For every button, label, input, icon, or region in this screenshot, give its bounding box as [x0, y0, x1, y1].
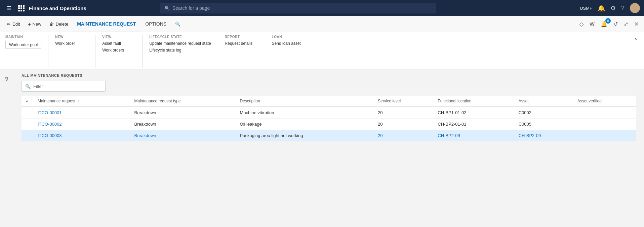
row-asset: C0002 — [515, 107, 573, 119]
close-button[interactable]: ✕ — [632, 20, 641, 29]
apps-grid-icon[interactable] — [18, 5, 25, 11]
ribbon-update-lifecycle-link[interactable]: Update maintenance request state — [149, 41, 211, 46]
section-title: ALL MAINTENANCE REQUESTS — [22, 73, 636, 77]
open-new-window-button[interactable]: ⤢ — [622, 20, 630, 29]
delete-button[interactable]: 🗑 Delete — [46, 20, 72, 29]
new-label: New — [33, 22, 41, 27]
check-all-icon: ✓ — [26, 98, 30, 104]
settings-button[interactable]: ⚙ — [610, 4, 616, 12]
row-service-level: 20 — [374, 119, 434, 130]
ribbon-request-details-link[interactable]: Request details — [225, 41, 253, 46]
row-checkbox[interactable] — [22, 107, 34, 119]
avatar[interactable] — [630, 3, 640, 13]
sort-icon: ↑ — [78, 99, 79, 103]
row-service-level[interactable]: 20 — [374, 130, 434, 141]
badge-wrapper: 🔔 0 — [599, 20, 609, 29]
tab-options[interactable]: OPTIONS — [141, 16, 170, 32]
ribbon-maintain-label: MAINTAIN — [5, 35, 41, 39]
ribbon-group-view: VIEW Asset fault Work orders — [102, 35, 143, 68]
search-icon: 🔍 — [164, 6, 170, 11]
ribbon-report-items: Request details — [225, 41, 258, 46]
table-row[interactable]: ITCO-00003BreakdownPackaging area light … — [22, 130, 636, 141]
row-checkbox[interactable] — [22, 119, 34, 130]
app-title: Finance and Operations — [29, 5, 86, 11]
filter-input[interactable] — [33, 84, 102, 89]
power-bi-button[interactable]: ◇ — [577, 20, 586, 29]
content-area: ALL MAINTENANCE REQUESTS 🔍 ✓ Maintenance… — [13, 69, 644, 145]
nav-right: USMF 🔔 ⚙ ? — [580, 3, 640, 13]
hamburger-menu[interactable]: ☰ — [4, 2, 14, 14]
ribbon-collapse-button[interactable]: ∧ — [633, 35, 639, 42]
ribbon-group-loan: LOAN Send loan asset — [272, 35, 312, 68]
row-description: Machine vibration — [236, 107, 374, 119]
table-body: ITCO-00001BreakdownMachine vibration20CH… — [22, 107, 636, 141]
row-functional-location: CH-BP1-01-02 — [434, 107, 514, 119]
row-functional-location[interactable]: CH-BP2-09 — [434, 130, 514, 141]
ribbon-work-orders-link[interactable]: Work orders — [102, 47, 124, 53]
table-row[interactable]: ITCO-00002BreakdownOil leakage20CH-BP2-0… — [22, 119, 636, 130]
col-asset-verified-label: Asset verified — [577, 99, 602, 103]
main-content: ALL MAINTENANCE REQUESTS 🔍 ✓ Maintenance… — [13, 69, 644, 227]
filter-search-icon: 🔍 — [25, 84, 31, 89]
col-asset: Asset — [515, 96, 573, 107]
row-service-level: 20 — [374, 107, 434, 119]
edit-icon: ✏ — [7, 22, 11, 27]
refresh-button[interactable]: ↺ — [611, 20, 620, 29]
ribbon-group-report: REPORT Request details — [225, 35, 265, 68]
search-input[interactable] — [172, 5, 432, 11]
ribbon-view-label: VIEW — [102, 35, 135, 39]
ribbon-asset-fault-link[interactable]: Asset fault — [102, 41, 121, 46]
search-bar[interactable]: 🔍 — [160, 3, 436, 13]
row-functional-location: CH-BP2-01-01 — [434, 119, 514, 130]
ribbon-loan-items: Send loan asset — [272, 41, 305, 46]
ribbon-lifecycle-label: LIFECYCLE STATE — [149, 35, 211, 39]
table-row[interactable]: ITCO-00001BreakdownMachine vibration20CH… — [22, 107, 636, 119]
tab-maintenance-request[interactable]: MAINTENANCE REQUEST — [73, 16, 140, 32]
help-button[interactable]: ? — [621, 5, 625, 12]
col-service-level: Service level — [374, 96, 434, 107]
col-functional-location-label: Functional location — [438, 99, 471, 103]
row-maintenance-request[interactable]: ITCO-00002 — [34, 119, 130, 130]
notification-button[interactable]: 🔔 — [598, 4, 605, 12]
search-icon: 🔍 — [175, 22, 180, 27]
ribbon-lifecycle-log-link[interactable]: Lifecycle state log — [149, 47, 181, 53]
ribbon-new-label: NEW — [55, 35, 88, 39]
new-button[interactable]: + New — [25, 20, 44, 29]
ribbon-send-loan-asset-link[interactable]: Send loan asset — [272, 41, 301, 46]
filter-bar[interactable]: 🔍 — [22, 81, 106, 92]
row-asset-verified — [573, 107, 636, 119]
table-header-row: ✓ Maintenance request ↑ Maintenance requ… — [22, 96, 636, 107]
edit-button[interactable]: ✏ Edit — [3, 20, 23, 29]
col-maintenance-request[interactable]: Maintenance request ↑ — [34, 96, 130, 107]
col-description: Description — [236, 96, 374, 107]
new-icon: + — [28, 22, 31, 27]
row-description: Packaging area light not working — [236, 130, 374, 141]
edit-label: Edit — [12, 22, 20, 27]
ribbon-new-items: Work order — [55, 41, 88, 46]
col-maintenance-request-label: Maintenance request — [38, 99, 75, 103]
search-toggle-button[interactable]: 🔍 — [172, 20, 184, 29]
row-type[interactable]: Breakdown — [130, 130, 236, 141]
col-type: Maintenance request type — [130, 96, 236, 107]
ribbon-work-order-pool-button[interactable]: Work order pool — [5, 41, 41, 49]
ribbon-view-items: Asset fault Work orders — [102, 41, 135, 53]
toolbar: ✏ Edit + New 🗑 Delete MAINTENANCE REQUES… — [0, 16, 644, 32]
ribbon-maintain-items: Work order pool — [5, 41, 41, 49]
row-asset: C0005 — [515, 119, 573, 130]
filter-icon[interactable]: ⊽ — [3, 75, 10, 84]
ribbon-lifecycle-items: Update maintenance request state Lifecyc… — [149, 41, 211, 53]
office-button[interactable]: W — [588, 20, 597, 29]
notification-badge: 0 — [605, 18, 611, 24]
main-layout: ⊽ ALL MAINTENANCE REQUESTS 🔍 ✓ Maintenan… — [0, 69, 644, 227]
ribbon-work-order-link[interactable]: Work order — [55, 41, 75, 46]
maintenance-request-table: ✓ Maintenance request ↑ Maintenance requ… — [22, 96, 636, 141]
ribbon-group-new: NEW Work order — [55, 35, 95, 68]
row-maintenance-request[interactable]: ITCO-00003 — [34, 130, 130, 141]
row-maintenance-request[interactable]: ITCO-00001 — [34, 107, 130, 119]
row-asset[interactable]: CH-BP2-09 — [515, 130, 573, 141]
top-navigation: ☰ Finance and Operations 🔍 USMF 🔔 ⚙ ? — [0, 0, 644, 16]
row-checkbox[interactable] — [22, 130, 34, 141]
row-type: Breakdown — [130, 107, 236, 119]
col-asset-verified: Asset verified — [573, 96, 636, 107]
col-service-level-label: Service level — [378, 99, 401, 103]
